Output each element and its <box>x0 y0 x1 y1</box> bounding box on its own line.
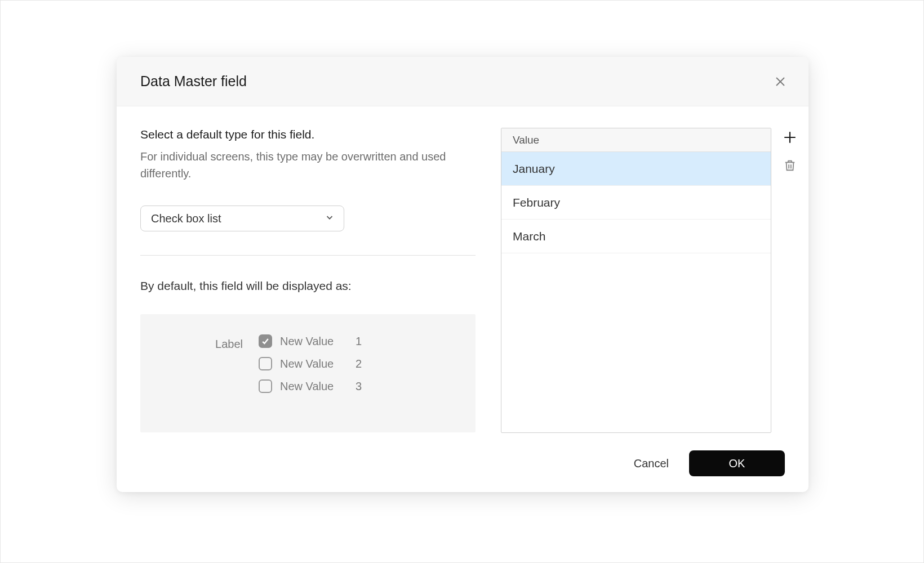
lead-text: Select a default type for this field. <box>140 128 475 141</box>
preview-item: New Value 1 <box>259 334 362 348</box>
preview-item-num: 2 <box>356 358 362 370</box>
preview-item-num: 3 <box>356 380 362 393</box>
close-icon <box>775 76 786 87</box>
preview-item: New Value 2 <box>259 357 362 370</box>
data-master-field-dialog: Data Master field Select a default type … <box>117 57 808 492</box>
dialog-title: Data Master field <box>140 73 247 90</box>
value-list-actions <box>781 128 798 433</box>
value-list: Value January February March <box>501 128 771 433</box>
page-outer: Data Master field Select a default type … <box>0 0 924 563</box>
chevron-down-icon <box>325 212 335 225</box>
dialog-footer: Cancel OK <box>629 450 785 476</box>
value-row[interactable]: March <box>501 220 771 253</box>
preview-item-name: New Value <box>280 335 346 348</box>
preview-label: Label <box>140 334 259 432</box>
plus-icon <box>783 130 797 145</box>
preview-item: New Value 3 <box>259 379 362 393</box>
value-row-label: January <box>513 162 555 176</box>
checkbox-unchecked-icon <box>259 379 272 393</box>
right-column: Value January February March <box>501 128 798 433</box>
field-type-select[interactable]: Check box list <box>140 205 344 231</box>
add-value-button[interactable] <box>781 129 798 146</box>
preview-item-name: New Value <box>280 380 346 393</box>
divider <box>140 255 476 256</box>
value-row[interactable]: January <box>501 152 771 186</box>
sub-text: For individual screens, this type may be… <box>140 148 473 182</box>
preview-items: New Value 1 New Value 2 New Value 3 <box>259 334 362 432</box>
left-column: Select a default type for this field. Fo… <box>140 128 475 433</box>
value-list-header: Value <box>501 128 771 152</box>
preview-box: Label New Value 1 <box>140 314 476 432</box>
trash-icon <box>784 159 796 172</box>
preview-item-name: New Value <box>280 358 346 370</box>
value-row[interactable]: February <box>501 186 771 220</box>
checkbox-unchecked-icon <box>259 357 272 370</box>
value-row-label: March <box>513 230 545 243</box>
close-button[interactable] <box>772 74 788 90</box>
preview-item-num: 1 <box>356 335 362 348</box>
ok-button[interactable]: OK <box>689 450 785 476</box>
cancel-button[interactable]: Cancel <box>629 452 673 476</box>
field-type-value: Check box list <box>151 212 221 225</box>
dialog-header: Data Master field <box>117 57 808 106</box>
delete-value-button[interactable] <box>781 157 798 174</box>
value-row-label: February <box>513 196 560 209</box>
display-as-label: By default, this field will be displayed… <box>140 279 475 293</box>
dialog-body: Select a default type for this field. Fo… <box>117 106 808 433</box>
checkbox-checked-icon <box>259 334 272 348</box>
